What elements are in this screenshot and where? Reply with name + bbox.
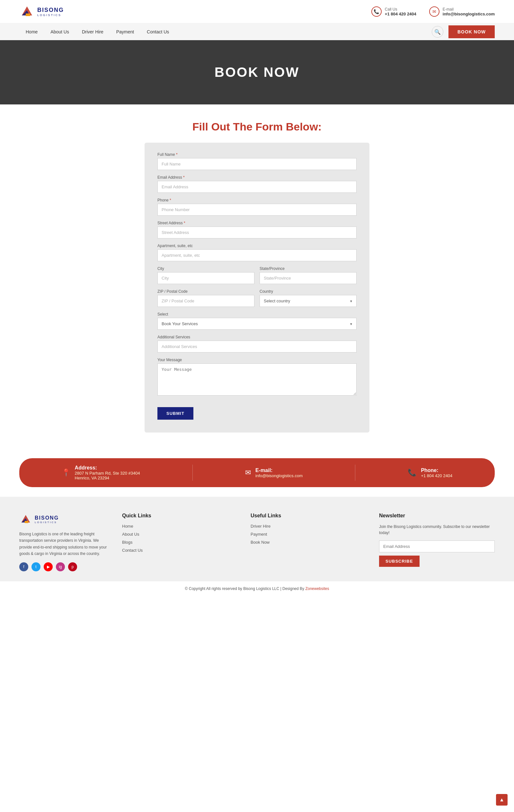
call-contact: 📞 Call Us +1 804 420 2404 bbox=[371, 6, 416, 17]
navbar: Home About Us Driver Hire Payment Contac… bbox=[0, 24, 514, 40]
useful-links-title: Useful Links bbox=[250, 513, 366, 519]
youtube-icon[interactable]: ▶ bbox=[44, 562, 53, 571]
nav-payment[interactable]: Payment bbox=[110, 24, 141, 40]
nav-driver-hire[interactable]: Driver Hire bbox=[75, 24, 110, 40]
nav-contact[interactable]: Contact Us bbox=[141, 24, 175, 40]
service-select[interactable]: Book Your Services Freight Transport Car… bbox=[157, 318, 357, 330]
quick-link-blogs[interactable]: Blogs bbox=[122, 540, 238, 545]
address-line1: 2807 N Parham Rd, Ste 320 #3404 bbox=[75, 471, 140, 475]
footer-logo: BISONG LOGISTICS bbox=[19, 513, 109, 526]
quick-link-contact[interactable]: Contact Us bbox=[122, 548, 238, 553]
nav-home[interactable]: Home bbox=[19, 24, 44, 40]
phone-label: Phone * bbox=[157, 198, 357, 202]
full-name-label: Full Name * bbox=[157, 152, 357, 157]
address-info: 📍 Address: 2807 N Parham Rd, Ste 320 #34… bbox=[62, 465, 140, 481]
state-group: State/Province bbox=[260, 266, 357, 284]
city-label: City bbox=[157, 266, 254, 271]
email-input[interactable] bbox=[157, 181, 357, 193]
state-label: State/Province bbox=[260, 266, 357, 271]
nav-links: Home About Us Driver Hire Payment Contac… bbox=[19, 24, 175, 40]
message-group: Your Message bbox=[157, 358, 357, 397]
city-state-row: City State/Province bbox=[157, 266, 357, 289]
footer-logo-icon bbox=[19, 513, 32, 526]
svg-rect-5 bbox=[25, 521, 29, 523]
quick-link-home[interactable]: Home bbox=[122, 524, 238, 529]
site-header: BISONG LOGISTICS 📞 Call Us +1 804 420 24… bbox=[0, 0, 514, 24]
phone-info-icon: 📞 bbox=[408, 468, 416, 477]
additional-label: Additional Services bbox=[157, 335, 357, 339]
apt-input[interactable] bbox=[157, 249, 357, 261]
zip-group: ZIP / Postal Code bbox=[157, 289, 254, 307]
city-input[interactable] bbox=[157, 272, 254, 284]
newsletter-title: Newsletter bbox=[379, 513, 495, 519]
phone-info-value[interactable]: +1 804 420 2404 bbox=[421, 473, 452, 478]
logo-text: BISONG LOGISTICS bbox=[37, 7, 64, 17]
hero-section: BOOK NOW bbox=[0, 40, 514, 105]
state-input[interactable] bbox=[260, 272, 357, 284]
book-now-button[interactable]: BOOK NOW bbox=[449, 25, 495, 38]
country-select-wrapper: Select country United States Canada Unit… bbox=[260, 295, 357, 307]
newsletter-desc: Join the Bisong Logistics community. Sub… bbox=[379, 524, 495, 536]
svg-rect-2 bbox=[26, 13, 30, 16]
city-group: City bbox=[157, 266, 254, 284]
newsletter-email-input[interactable] bbox=[379, 541, 495, 552]
email-info-icon: ✉ bbox=[245, 468, 251, 477]
useful-link-book[interactable]: Book Now bbox=[250, 540, 366, 545]
pinterest-icon[interactable]: p bbox=[68, 562, 77, 571]
phone-group: Phone * bbox=[157, 198, 357, 215]
form-heading: Fill Out The Form Below: bbox=[19, 120, 495, 133]
logo-name: BISONG bbox=[37, 7, 64, 13]
email-group: Email Address * bbox=[157, 175, 357, 193]
useful-link-driver[interactable]: Driver Hire bbox=[250, 524, 366, 529]
country-select[interactable]: Select country United States Canada Unit… bbox=[260, 295, 357, 307]
footer-quick-links-col: Quick Links Home About Us Blogs Contact … bbox=[122, 513, 238, 571]
footer-logo-name: BISONG bbox=[35, 515, 59, 521]
useful-link-payment[interactable]: Payment bbox=[250, 532, 366, 536]
message-textarea[interactable] bbox=[157, 364, 357, 396]
quick-link-about[interactable]: About Us bbox=[122, 532, 238, 536]
email-info-value[interactable]: info@bisonglogistics.com bbox=[255, 473, 303, 478]
call-number[interactable]: +1 804 420 2404 bbox=[385, 11, 416, 17]
phone-input[interactable] bbox=[157, 204, 357, 215]
email-contact: ✉ E-mail info@bisonglogistics.com bbox=[429, 6, 495, 17]
form-container: Full Name * Email Address * Phone * Stre… bbox=[145, 143, 369, 433]
additional-services-group: Additional Services bbox=[157, 335, 357, 352]
facebook-icon[interactable]: f bbox=[19, 562, 28, 571]
email-info: ✉ E-mail: info@bisonglogistics.com bbox=[245, 467, 303, 478]
email-info-label: E-mail: bbox=[255, 467, 303, 473]
search-icon[interactable]: 🔍 bbox=[432, 26, 443, 37]
footer-newsletter-col: Newsletter Join the Bisong Logistics com… bbox=[379, 513, 495, 571]
phone-info: 📞 Phone: +1 804 420 2404 bbox=[408, 467, 452, 478]
twitter-icon[interactable]: t bbox=[31, 562, 40, 571]
footer-useful-links-col: Useful Links Driver Hire Payment Book No… bbox=[250, 513, 366, 571]
zip-input[interactable] bbox=[157, 295, 254, 307]
nav-about[interactable]: About Us bbox=[44, 24, 75, 40]
full-name-input[interactable] bbox=[157, 158, 357, 170]
street-input[interactable] bbox=[157, 227, 357, 238]
footer-top: BISONG LOGISTICS Bisong Logistics is one… bbox=[0, 497, 514, 581]
footer-logo-sub: LOGISTICS bbox=[35, 521, 59, 524]
email-icon: ✉ bbox=[429, 6, 440, 17]
email-label: E-mail bbox=[443, 7, 495, 11]
info-divider-2 bbox=[355, 465, 355, 481]
footer-description: Bisong Logistics is one of the leading f… bbox=[19, 531, 109, 557]
service-select-wrapper: Book Your Services Freight Transport Car… bbox=[157, 318, 357, 330]
quick-links-title: Quick Links bbox=[122, 513, 238, 519]
logo-sub: LOGISTICS bbox=[37, 13, 64, 17]
address-icon: 📍 bbox=[62, 468, 70, 477]
logo-area: BISONG LOGISTICS bbox=[19, 4, 64, 19]
email-label: Email Address * bbox=[157, 175, 357, 180]
nav-right: 🔍 BOOK NOW bbox=[432, 25, 495, 38]
instagram-icon[interactable]: ig bbox=[56, 562, 65, 571]
address-line2: Henrico, VA 23294 bbox=[75, 475, 140, 481]
email-value[interactable]: info@bisonglogistics.com bbox=[443, 11, 495, 17]
subscribe-button[interactable]: SUBSCRIBE bbox=[379, 556, 420, 567]
message-label: Your Message bbox=[157, 358, 357, 362]
hero-title: BOOK NOW bbox=[215, 65, 299, 80]
additional-input[interactable] bbox=[157, 341, 357, 352]
footer-bottom: © Copyright All rights reserved by Bison… bbox=[0, 581, 514, 596]
submit-button[interactable]: SUBMIT bbox=[157, 407, 193, 419]
address-label: Address: bbox=[75, 465, 140, 471]
designer-link[interactable]: Zonewebsites bbox=[305, 586, 329, 591]
phone-info-label: Phone: bbox=[421, 467, 452, 473]
